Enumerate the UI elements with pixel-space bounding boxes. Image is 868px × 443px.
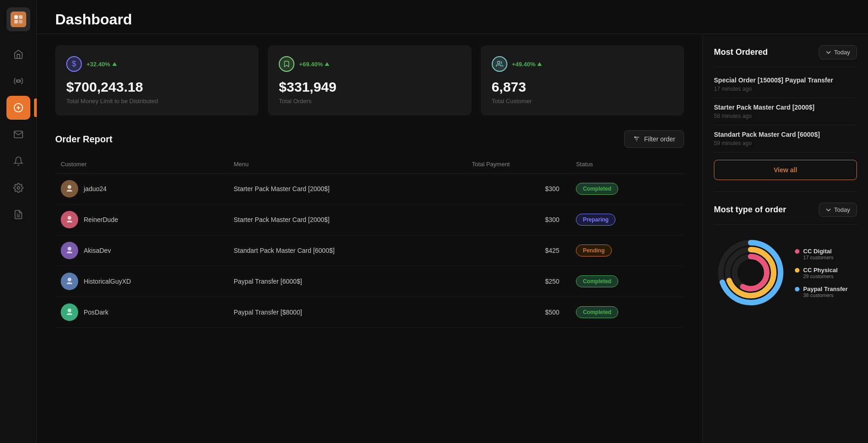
legend-item: CC Digital 17 customers	[795, 248, 848, 260]
order-item-name-1: Starter Pack Master Card [2000$]	[714, 104, 857, 111]
legend-dot-1	[795, 268, 799, 273]
orders-arrow-icon	[325, 62, 329, 66]
payment-cell-1: $300	[466, 204, 570, 235]
filter-label: Filter order	[644, 135, 675, 143]
status-badge-3: Completed	[576, 275, 618, 287]
most-ordered-title: Most Ordered	[714, 47, 768, 57]
table-row[interactable]: PosDark Paypal Transfer [$8000] $500 Com…	[55, 297, 684, 328]
divider-2	[714, 191, 857, 192]
col-menu: Menu	[228, 157, 466, 174]
orders-label: Total Orders	[279, 98, 460, 105]
orders-icon	[279, 56, 294, 72]
col-payment: Total Payment	[466, 157, 570, 174]
order-item-time-2: 59 minutes ago	[714, 140, 857, 146]
most-ordered-item[interactable]: Standart Pack Master Card [6000$] 59 min…	[714, 125, 857, 152]
divider-1	[714, 67, 857, 67]
customers-arrow-icon	[537, 62, 542, 66]
app-logo[interactable]	[6, 7, 30, 31]
right-panel: Most Ordered Today Special Order [15000$…	[702, 34, 868, 443]
orders-badge: +69.40%	[299, 61, 329, 68]
most-type-dropdown-label: Today	[834, 206, 850, 213]
menu-cell-4: Paypal Transfer [$8000]	[228, 297, 466, 328]
customer-name-1: ReinerDude	[84, 216, 118, 223]
logo-icon	[11, 12, 26, 27]
sidebar	[0, 0, 37, 443]
customer-cell-1: ReinerDude	[55, 204, 228, 235]
order-item-time-0: 17 minutes ago	[714, 86, 857, 92]
order-table: Customer Menu Total Payment Status jaduo…	[55, 157, 684, 328]
money-icon: $	[66, 56, 82, 72]
svg-point-9	[497, 61, 500, 64]
chart-legend: CC Digital 17 customers CC Physical 29 c…	[795, 248, 848, 298]
status-cell-4: Completed	[570, 297, 684, 328]
payment-cell-3: $250	[466, 266, 570, 297]
customers-label: Total Customer	[492, 98, 673, 105]
customer-name-0: jaduo24	[84, 185, 107, 192]
most-ordered-header: Most Ordered Today	[714, 45, 857, 59]
most-type-dropdown[interactable]: Today	[819, 203, 857, 217]
svg-rect-1	[19, 15, 23, 19]
legend-item: Paypal Transfer 38 customers	[795, 286, 848, 298]
content-area: $ +32.40% $700,243.18 Total Money Limit …	[37, 34, 868, 443]
sidebar-item-notifications[interactable]	[6, 149, 30, 173]
center-panel: $ +32.40% $700,243.18 Total Money Limit …	[37, 34, 702, 443]
customers-badge: +49.40%	[512, 61, 542, 68]
stat-card-orders: +69.40% $331,949 Total Orders	[268, 45, 471, 116]
money-badge: +32.40%	[86, 61, 117, 68]
filter-icon	[633, 135, 640, 143]
most-ordered-list: Special Order [15000$] Paypal Transfer 1…	[714, 71, 857, 152]
sidebar-item-messages[interactable]	[6, 122, 30, 146]
sidebar-item-reports[interactable]	[6, 203, 30, 227]
status-cell-2: Pending	[570, 235, 684, 266]
legend-label-0: CC Digital	[803, 248, 834, 255]
customer-cell-2: AkisaDev	[55, 235, 228, 266]
status-cell-0: Completed	[570, 174, 684, 204]
legend-dot-2	[795, 287, 799, 291]
stats-row: $ +32.40% $700,243.18 Total Money Limit …	[55, 45, 684, 116]
sidebar-item-settings[interactable]	[6, 176, 30, 200]
order-item-name-0: Special Order [15000$] Paypal Transfer	[714, 76, 857, 84]
table-row[interactable]: HistoricalGuyXD Paypal Transfer [6000$] …	[55, 266, 684, 297]
table-row[interactable]: ReinerDude Starter Pack Master Card [200…	[55, 204, 684, 235]
sidebar-item-home[interactable]	[6, 42, 30, 66]
svg-rect-2	[14, 20, 18, 23]
filter-order-button[interactable]: Filter order	[624, 130, 684, 148]
sidebar-item-analytics[interactable]	[6, 69, 30, 93]
status-cell-1: Preparing	[570, 204, 684, 235]
stat-header-orders: +69.40%	[279, 56, 460, 72]
table-row[interactable]: jaduo24 Starter Pack Master Card [2000$]…	[55, 174, 684, 204]
chart-area: CC Digital 17 customers CC Physical 29 c…	[714, 228, 857, 317]
legend-count-2: 38 customers	[803, 292, 848, 298]
customer-name-2: AkisaDev	[84, 247, 111, 254]
most-ordered-dropdown-label: Today	[834, 49, 850, 56]
order-item-name-2: Standart Pack Master Card [6000$]	[714, 131, 857, 138]
customer-cell-0: jaduo24	[55, 174, 228, 204]
stat-card-customers: +49.40% 6,873 Total Customer	[481, 45, 684, 116]
payment-cell-0: $300	[466, 174, 570, 204]
most-ordered-item[interactable]: Special Order [15000$] Paypal Transfer 1…	[714, 71, 857, 98]
sidebar-item-orders[interactable]	[6, 96, 30, 120]
col-status: Status	[570, 157, 684, 174]
order-report-header: Order Report Filter order	[55, 130, 684, 148]
col-customer: Customer	[55, 157, 228, 174]
table-row[interactable]: AkisaDev Standart Pack Master Card [6000…	[55, 235, 684, 266]
view-all-button[interactable]: View all	[714, 160, 857, 180]
status-badge-2: Pending	[576, 245, 611, 256]
order-item-time-1: 58 minutes ago	[714, 113, 857, 119]
legend-label-2: Paypal Transfer	[803, 286, 848, 292]
orders-value: $331,949	[279, 79, 460, 95]
legend-dot-0	[795, 249, 799, 254]
most-ordered-item[interactable]: Starter Pack Master Card [2000$] 58 minu…	[714, 98, 857, 125]
money-arrow-icon	[112, 62, 117, 66]
legend-count-1: 29 customers	[803, 274, 838, 279]
menu-cell-0: Starter Pack Master Card [2000$]	[228, 174, 466, 204]
customer-name-3: HistoricalGuyXD	[84, 278, 131, 285]
avatar-1	[61, 211, 78, 228]
donut-chart	[714, 236, 788, 309]
stat-header-money: $ +32.40%	[66, 56, 247, 72]
menu-cell-2: Standart Pack Master Card [6000$]	[228, 235, 466, 266]
legend-label-1: CC Physical	[803, 267, 838, 274]
most-ordered-dropdown[interactable]: Today	[819, 45, 857, 59]
most-type-order-title: Most type of order	[714, 205, 786, 215]
status-cell-3: Completed	[570, 266, 684, 297]
